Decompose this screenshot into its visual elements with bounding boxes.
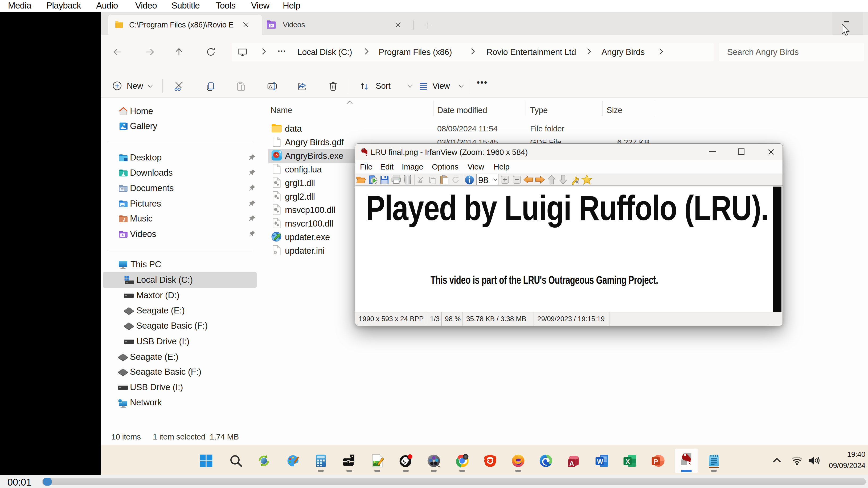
svg-text:A: A [569, 460, 574, 467]
svg-text:W: W [597, 458, 603, 465]
svg-text:A: A [269, 84, 272, 89]
svg-text:P: P [654, 458, 658, 465]
svg-text:X: X [625, 458, 630, 465]
